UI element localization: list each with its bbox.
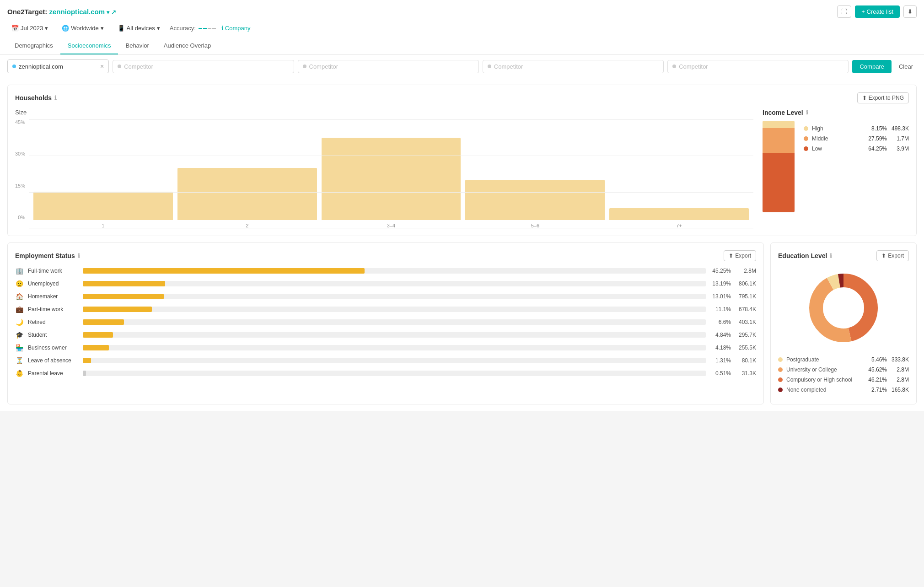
households-card: Households ℹ ⬆ Export to PNG Size 45% xyxy=(7,85,917,236)
unemployed-label: Unemployed xyxy=(28,280,78,287)
student-icon: 🎓 xyxy=(15,331,23,339)
households-info-icon[interactable]: ℹ xyxy=(54,95,57,101)
bar-1 xyxy=(33,119,173,220)
education-info-icon[interactable]: ℹ xyxy=(830,253,832,259)
competitor-1-field[interactable]: Competitor xyxy=(113,60,294,73)
compare-button[interactable]: Compare xyxy=(852,60,891,73)
fulltime-label: Full-time work xyxy=(28,268,78,274)
parental-pct: 0.51% xyxy=(710,370,731,377)
employment-row-leave: ⏳ Leave of absence 1.31% 80.1K xyxy=(15,356,756,365)
parental-val: 31.3K xyxy=(736,370,756,377)
external-link-icon[interactable]: ↗ xyxy=(111,9,116,16)
competitor-2-dot xyxy=(303,65,306,68)
edu-legend-compulsory: Compulsory or High school 46.21% 2.8M xyxy=(778,377,909,383)
tab-socioeconomics[interactable]: Socioeconomics xyxy=(60,38,118,54)
dropdown-icon[interactable]: ▾ xyxy=(107,9,109,16)
homemaker-label: Homemaker xyxy=(28,293,78,300)
bar-3-4 xyxy=(322,119,461,220)
y-label-0: 0% xyxy=(18,215,25,220)
income-legend-middle: Middle 27.59% 1.7M xyxy=(804,135,909,142)
parental-label: Parental leave xyxy=(28,370,78,377)
fulltime-val: 2.8M xyxy=(736,268,756,274)
leave-label: Leave of absence xyxy=(28,357,78,364)
retired-icon: 🌙 xyxy=(15,318,23,326)
education-card: Education Level ℹ ⬆ Export xyxy=(770,242,917,404)
competitor-2-field[interactable]: Competitor xyxy=(298,60,479,73)
competitor-3-field[interactable]: Competitor xyxy=(483,60,664,73)
main-site-input[interactable] xyxy=(19,63,96,70)
competitor-4-placeholder: Competitor xyxy=(679,63,708,70)
devices-icon: 📱 xyxy=(118,25,125,32)
employment-row-unemployed: 😟 Unemployed 13.19% 806.1K xyxy=(15,280,756,288)
homemaker-icon: 🏠 xyxy=(15,292,23,301)
business-pct: 4.18% xyxy=(710,345,731,351)
create-list-button[interactable]: + Create list xyxy=(855,5,900,18)
main-site-field[interactable]: × xyxy=(7,59,109,73)
clear-main-site[interactable]: × xyxy=(100,63,104,70)
fulltime-icon: 🏢 xyxy=(15,267,23,275)
employment-card: Employment Status ℹ ⬆ Export 🏢 Full-time… xyxy=(7,242,764,404)
education-title: Education Level xyxy=(778,252,827,259)
brand-name[interactable]: zennioptical.com xyxy=(49,8,105,16)
clear-button[interactable]: Clear xyxy=(895,60,917,73)
company-info[interactable]: ℹ Company xyxy=(221,25,251,32)
employment-row-fulltime: 🏢 Full-time work 45.25% 2.8M xyxy=(15,267,756,275)
tab-audience-overlap[interactable]: Audience Overlap xyxy=(156,38,218,54)
parttime-pct: 11.1% xyxy=(710,306,731,312)
tab-demographics[interactable]: Demographics xyxy=(7,38,60,54)
download-button[interactable]: ⬇ xyxy=(903,5,917,18)
employment-export-button[interactable]: ⬆ Export xyxy=(724,250,756,261)
unemployed-bar-bg xyxy=(83,281,706,286)
student-pct: 4.84% xyxy=(710,332,731,338)
devices-dropdown-icon: ▾ xyxy=(157,25,160,32)
competitor-3-placeholder: Competitor xyxy=(494,63,523,70)
leave-pct: 1.31% xyxy=(710,357,731,364)
competitor-4-dot xyxy=(672,65,676,68)
competitor-3-dot xyxy=(488,65,491,68)
retired-bar-bg xyxy=(83,319,706,325)
accuracy-indicator xyxy=(199,28,216,29)
size-chart-title: Size xyxy=(15,109,753,116)
employment-row-business: 🏪 Business owner 4.18% 255.5K xyxy=(15,344,756,352)
tab-behavior[interactable]: Behavior xyxy=(118,38,156,54)
export-png-button[interactable]: ⬆ Export to PNG xyxy=(857,92,909,103)
devices-filter[interactable]: 📱 All devices ▾ xyxy=(113,22,164,34)
parental-bar-bg xyxy=(83,371,706,376)
parttime-bar-bg xyxy=(83,307,706,312)
education-export-button[interactable]: ⬆ Export xyxy=(876,250,909,261)
export-icon: ⬆ xyxy=(862,95,867,101)
globe-icon: 🌐 xyxy=(62,25,69,32)
fulltime-bar-bg xyxy=(83,268,706,274)
unemployed-icon: 😟 xyxy=(15,280,23,288)
parttime-icon: 💼 xyxy=(15,305,23,313)
student-label: Student xyxy=(28,332,78,338)
unemployed-val: 806.1K xyxy=(736,280,756,287)
info-icon: ℹ xyxy=(221,25,224,32)
employment-info-icon[interactable]: ℹ xyxy=(78,253,80,259)
business-val: 255.5K xyxy=(736,345,756,351)
bar-5-6 xyxy=(465,119,605,220)
business-icon: 🏪 xyxy=(15,344,23,352)
unemployed-pct: 13.19% xyxy=(710,280,731,287)
date-filter[interactable]: 📅 Jul 2023 ▾ xyxy=(7,22,52,34)
date-dropdown-icon: ▾ xyxy=(45,25,48,32)
parttime-val: 678.4K xyxy=(736,306,756,312)
retired-label: Retired xyxy=(28,319,78,325)
fulltime-pct: 45.25% xyxy=(710,268,731,274)
income-stacked-bar xyxy=(763,121,795,212)
y-label-15: 15% xyxy=(15,183,25,188)
income-level-section: Income Level ℹ xyxy=(763,109,909,228)
page-title: One2Target: zennioptical.com ▾ ↗ xyxy=(7,8,116,16)
region-filter[interactable]: 🌐 Worldwide ▾ xyxy=(58,22,107,34)
expand-button[interactable]: ⛶ xyxy=(837,5,851,18)
employment-row-retired: 🌙 Retired 6.6% 403.1K xyxy=(15,318,756,326)
bar-7plus xyxy=(609,119,749,220)
edu-legend-none: None completed 2.71% 165.8K xyxy=(778,387,909,393)
employment-row-student: 🎓 Student 4.84% 295.7K xyxy=(15,331,756,339)
employment-row-parttime: 💼 Part-time work 11.1% 678.4K xyxy=(15,305,756,313)
income-info-icon[interactable]: ℹ xyxy=(806,109,808,116)
parental-icon: 👶 xyxy=(15,369,23,377)
competitor-4-field[interactable]: Competitor xyxy=(667,60,849,73)
retired-val: 403.1K xyxy=(736,319,756,325)
edu-legend-university: University or College 45.62% 2.8M xyxy=(778,366,909,373)
